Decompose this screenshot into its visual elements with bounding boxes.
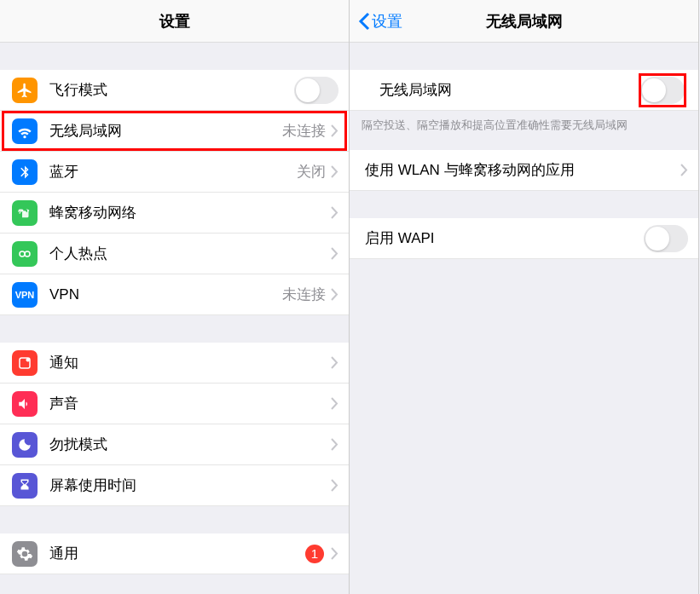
wapi-toggle[interactable] [644, 225, 688, 252]
row-label: 无线局域网 [49, 121, 282, 141]
row-screen-time[interactable]: 屏幕使用时间 [0, 465, 349, 506]
row-label: 勿扰模式 [49, 435, 331, 454]
airplane-icon [12, 78, 38, 103]
hotspot-icon [12, 241, 38, 267]
chevron-right-icon [331, 438, 338, 451]
row-label: 个人热点 [49, 244, 331, 263]
back-button[interactable]: 设置 [358, 11, 402, 32]
hourglass-icon [12, 473, 38, 499]
row-wlan-cellular-apps[interactable]: 使用 WLAN 与蜂窝移动网的应用 [350, 150, 698, 191]
row-label: 屏幕使用时间 [49, 476, 331, 495]
svg-point-3 [25, 251, 30, 257]
row-wifi[interactable]: 无线局域网 未连接 [0, 111, 349, 152]
sounds-icon [12, 391, 38, 417]
airplane-toggle[interactable] [294, 77, 338, 104]
row-wifi-toggle[interactable]: 无线局域网 [350, 70, 698, 111]
row-do-not-disturb[interactable]: 勿扰模式 [0, 424, 349, 465]
svg-point-1 [28, 210, 30, 211]
nav-title: 设置 [159, 11, 190, 32]
nav-bar: 设置 [0, 0, 349, 43]
row-cellular[interactable]: 蜂窝移动网络 [0, 193, 349, 234]
cellular-icon [12, 200, 38, 226]
back-label: 设置 [372, 11, 402, 32]
row-sounds[interactable]: 声音 [0, 384, 349, 424]
row-value: 关闭 [297, 162, 326, 182]
chevron-right-icon [331, 206, 338, 219]
wifi-hint-text: 隔空投送、隔空播放和提高位置准确性需要无线局域网 [350, 111, 698, 136]
bluetooth-icon [12, 159, 38, 185]
wifi-toggle[interactable] [640, 77, 685, 104]
moon-icon [12, 432, 38, 458]
row-bluetooth[interactable]: 蓝牙 关闭 [0, 152, 349, 193]
chevron-right-icon [331, 547, 338, 560]
row-hotspot[interactable]: 个人热点 [0, 234, 349, 274]
row-label: 蜂窝移动网络 [49, 203, 331, 222]
chevron-right-icon [331, 165, 338, 178]
chevron-right-icon [331, 288, 338, 301]
svg-point-5 [26, 358, 31, 362]
notifications-icon [12, 350, 38, 376]
chevron-right-icon [331, 479, 338, 492]
wifi-detail-pane: 设置 无线局域网 无线局域网 隔空投送、隔空播放和提高位置准确性需要无线局域网 … [350, 0, 699, 594]
row-label: 声音 [49, 394, 331, 413]
gear-icon [12, 541, 38, 567]
row-label: 启用 WAPI [365, 228, 644, 248]
row-label: 通用 [49, 544, 305, 563]
row-notifications[interactable]: 通知 [0, 343, 349, 384]
row-general[interactable]: 通用 1 [0, 533, 349, 574]
nav-title: 无线局域网 [486, 11, 563, 32]
row-airplane-mode[interactable]: 飞行模式 [0, 70, 349, 111]
chevron-right-icon [331, 247, 338, 260]
chevron-right-icon [331, 124, 338, 137]
settings-root-pane: 设置 飞行模式 无线局域网 未连接 蓝牙 关闭 蜂窝移动网络 [0, 0, 350, 594]
badge-count: 1 [305, 545, 324, 563]
row-label: 蓝牙 [49, 162, 297, 182]
row-label: 使用 WLAN 与蜂窝移动网的应用 [365, 160, 680, 180]
chevron-right-icon [680, 164, 688, 176]
row-enable-wapi[interactable]: 启用 WAPI [350, 218, 698, 259]
chevron-right-icon [331, 397, 338, 410]
nav-bar: 设置 无线局域网 [350, 0, 698, 43]
row-label: 飞行模式 [49, 80, 294, 100]
row-value: 未连接 [282, 121, 326, 141]
row-vpn[interactable]: VPN VPN 未连接 [0, 274, 349, 315]
svg-point-2 [20, 251, 25, 257]
row-label: 通知 [49, 353, 331, 372]
wifi-icon [12, 118, 38, 144]
row-label: 无线局域网 [379, 80, 637, 100]
row-label: VPN [49, 286, 282, 303]
row-value: 未连接 [282, 285, 326, 304]
chevron-right-icon [331, 356, 338, 369]
vpn-icon: VPN [12, 282, 38, 308]
